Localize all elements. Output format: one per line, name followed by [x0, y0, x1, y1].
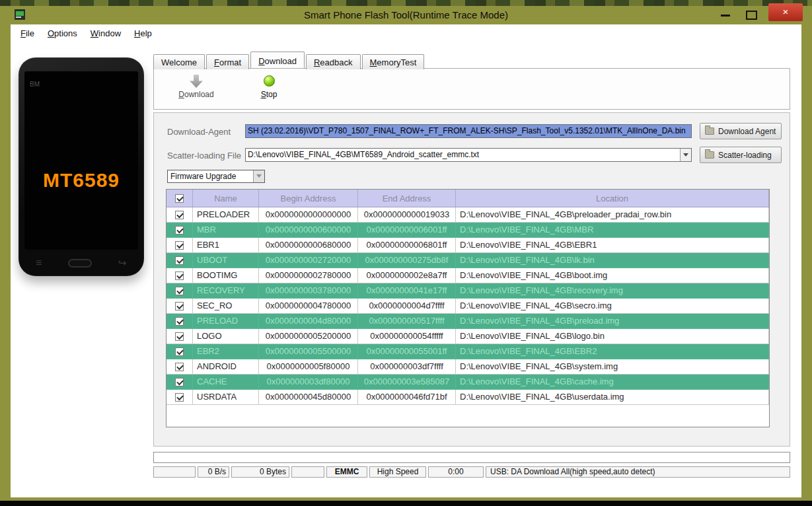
row-checkbox[interactable]: [175, 211, 184, 219]
begin-address-cell: 0x0000000000600000: [259, 223, 358, 238]
menu-item-options[interactable]: Options: [41, 24, 84, 40]
select-all-checkbox[interactable]: [175, 194, 184, 203]
scatter-file-combobox[interactable]: D:\Lenovo\VIBE_FINAL_4GB\MT6589_Android_…: [245, 148, 692, 162]
row-checkbox-cell: [166, 283, 193, 299]
row-checkbox[interactable]: [175, 317, 184, 326]
tab-memorytest[interactable]: MemoryTest: [362, 54, 425, 69]
table-row[interactable]: ANDROID 0x0000000005f80000 0x000000003df…: [166, 359, 769, 375]
table-row[interactable]: USRDATA 0x0000000045d80000 0x0000000046f…: [166, 390, 769, 405]
row-checkbox-cell: [166, 253, 193, 268]
close-icon: ×: [783, 6, 789, 17]
status-cell-speed: 0 B/s: [198, 466, 229, 478]
phone-screen: BM MT6589: [24, 71, 138, 250]
row-checkbox[interactable]: [175, 363, 184, 371]
table-row[interactable]: UBOOT 0x0000000002720000 0x000000000275d…: [166, 253, 769, 268]
status-bar: 0 B/s0 BytesEMMCHigh Speed0:00USB: DA Do…: [153, 466, 790, 478]
row-checkbox[interactable]: [175, 393, 184, 402]
table-row[interactable]: EBR2 0x0000000005500000 0x00000000055001…: [166, 344, 769, 359]
location-cell: D:\Lenovo\VIBE_FINAL_4GB\EBR2: [456, 344, 769, 359]
table-header: Name Begin Address End Address Location: [166, 190, 769, 207]
download-arrow-icon: [190, 75, 203, 88]
progress-bar: [153, 452, 790, 463]
partition-name-cell: EBR1: [193, 238, 259, 253]
partition-name-cell: SEC_RO: [193, 299, 259, 314]
folder-icon: [705, 127, 714, 135]
end-address-cell: 0x0000000002e8a7ff: [358, 268, 456, 283]
tab-readback[interactable]: Readback: [306, 54, 361, 69]
begin-address-cell: 0x0000000000000000: [259, 207, 358, 223]
row-checkbox[interactable]: [175, 271, 184, 280]
row-checkbox[interactable]: [175, 226, 184, 235]
folder-icon: [705, 151, 714, 159]
row-checkbox-cell: [166, 314, 193, 329]
row-checkbox[interactable]: [175, 241, 184, 250]
maximize-button[interactable]: [742, 9, 759, 20]
row-checkbox[interactable]: [175, 287, 184, 295]
row-checkbox-cell: [166, 390, 193, 405]
row-checkbox-cell: [166, 329, 193, 344]
row-checkbox[interactable]: [175, 378, 184, 386]
firmware-mode-select[interactable]: Firmware Upgrade: [167, 170, 265, 183]
stop-icon: [264, 75, 275, 87]
tab-welcome[interactable]: Welcome: [153, 54, 205, 69]
download-agent-label: Download-Agent: [167, 127, 231, 137]
table-row[interactable]: LOGO 0x0000000005200000 0x00000000054fff…: [166, 329, 769, 344]
table-row[interactable]: EBR1 0x0000000000680000 0x00000000006801…: [166, 238, 769, 253]
begin-address-cell: 0x0000000003780000: [259, 283, 358, 299]
partition-name-cell: EBR2: [193, 344, 259, 359]
firmware-mode-value: Firmware Upgrade: [170, 172, 236, 181]
menu-item-file[interactable]: File: [14, 24, 41, 40]
location-cell: D:\Lenovo\VIBE_FINAL_4GB\EBR1: [456, 238, 769, 253]
table-row[interactable]: SEC_RO 0x0000000004780000 0x0000000004d7…: [166, 299, 769, 314]
status-cell-bytes: 0 Bytes: [231, 466, 289, 478]
table-row[interactable]: RECOVERY 0x0000000003780000 0x0000000004…: [166, 283, 769, 299]
row-checkbox[interactable]: [175, 347, 184, 356]
table-row[interactable]: PRELOAD 0x0000000004d80000 0x00000000051…: [166, 314, 769, 329]
row-checkbox-cell: [166, 359, 193, 375]
phone-chip-label: MT6589: [24, 169, 138, 192]
download-form-panel: Download-Agent SH (23.02.2016)\VDT_P780_…: [153, 112, 790, 447]
close-button[interactable]: ×: [768, 3, 803, 21]
minimize-button[interactable]: [717, 9, 734, 20]
phone-nav: ≡ ↩: [18, 254, 144, 271]
tab-format[interactable]: Format: [206, 54, 249, 69]
end-address-cell: 0x0000000046fd71bf: [358, 390, 456, 405]
partition-name-cell: BOOTIMG: [193, 268, 259, 283]
row-checkbox-cell: [166, 375, 193, 390]
table-row[interactable]: CACHE 0x000000003df80000 0x000000003e585…: [166, 375, 769, 390]
download-agent-button[interactable]: Download Agent: [700, 123, 782, 139]
table-row[interactable]: MBR 0x0000000000600000 0x00000000006001f…: [166, 223, 769, 238]
header-name: Name: [193, 190, 259, 207]
row-checkbox[interactable]: [175, 332, 184, 341]
row-checkbox-cell: [166, 238, 193, 253]
table-row[interactable]: BOOTIMG 0x0000000002780000 0x0000000002e…: [166, 268, 769, 283]
row-checkbox[interactable]: [175, 256, 184, 265]
begin-address-cell: 0x000000003df80000: [259, 375, 358, 390]
menu-bar: FileOptionsWindowHelp: [11, 24, 801, 43]
row-checkbox-cell: [166, 268, 193, 283]
download-button[interactable]: Download: [171, 75, 221, 100]
stop-button-label: Stop: [261, 90, 277, 99]
dropdown-arrow-icon[interactable]: [680, 149, 691, 161]
status-cell-storage: EMMC: [326, 466, 367, 478]
dropdown-arrow-icon[interactable]: [253, 170, 264, 182]
row-checkbox[interactable]: [175, 302, 184, 310]
status-cell-usb-mode: USB: DA Download All(high speed,auto det…: [486, 466, 790, 478]
begin-address-cell: 0x0000000005f80000: [259, 359, 358, 375]
scatter-loading-button[interactable]: Scatter-loading: [700, 147, 782, 163]
tab-download[interactable]: Download: [250, 52, 305, 68]
menu-item-window[interactable]: Window: [84, 24, 128, 40]
download-agent-field[interactable]: SH (23.02.2016)\VDT_P780_1507_FINAL_ROW+…: [245, 124, 692, 138]
end-address-cell: 0x000000003df7ffff: [358, 359, 456, 375]
menu-item-help[interactable]: Help: [128, 24, 159, 40]
end-address-cell: 0x00000000006801ff: [358, 238, 456, 253]
download-button-label: Download: [178, 90, 213, 99]
scatter-loading-button-label: Scatter-loading: [718, 151, 772, 160]
partition-name-cell: USRDATA: [193, 390, 259, 405]
stop-button[interactable]: Stop: [250, 75, 287, 100]
phone-brand-label: BM: [30, 81, 40, 88]
row-checkbox-cell: [166, 223, 193, 238]
table-row[interactable]: PRELOADER 0x0000000000000000 0x000000000…: [166, 207, 769, 223]
partition-name-cell: LOGO: [193, 329, 259, 344]
begin-address-cell: 0x0000000004780000: [259, 299, 358, 314]
